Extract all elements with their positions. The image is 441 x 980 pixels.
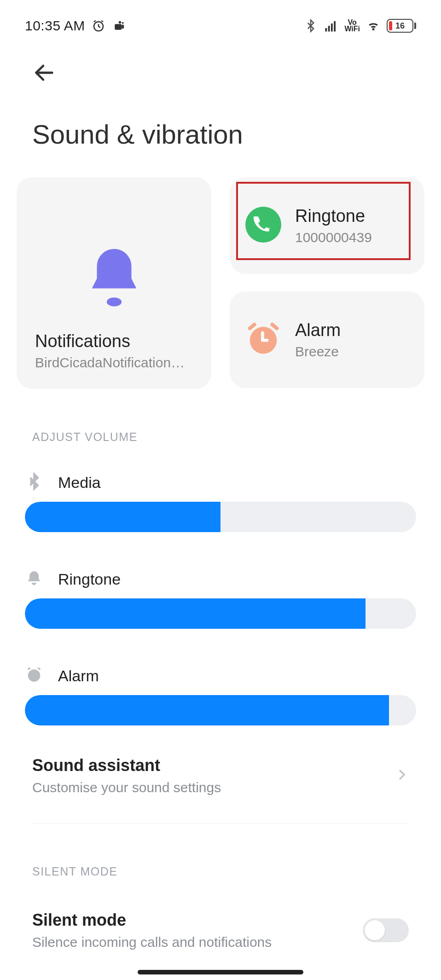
back-button[interactable] bbox=[32, 78, 56, 86]
card-alarm[interactable]: Alarm Breeze bbox=[230, 291, 424, 388]
row-silent-mode-sub: Silence incoming calls and notifications bbox=[32, 934, 272, 950]
status-bar: 10:35 AM VoWiFi bbox=[0, 0, 441, 39]
card-ringtone[interactable]: Ringtone 1000000439 bbox=[230, 177, 424, 274]
bluetooth-icon bbox=[304, 19, 318, 33]
card-notifications[interactable]: Notifications BirdCicadaNotification… bbox=[17, 177, 211, 389]
chevron-right-icon bbox=[395, 768, 409, 783]
alarm-icon bbox=[25, 666, 43, 686]
navigation-bar[interactable] bbox=[138, 970, 303, 974]
svg-point-10 bbox=[245, 207, 281, 243]
card-ringtone-subtitle: 1000000439 bbox=[295, 230, 409, 245]
svg-rect-8 bbox=[334, 21, 336, 32]
card-ringtone-title: Ringtone bbox=[295, 206, 409, 226]
card-alarm-subtitle: Breeze bbox=[295, 344, 409, 360]
row-silent-mode[interactable]: Silent mode Silence incoming calls and n… bbox=[0, 892, 441, 968]
svg-rect-6 bbox=[328, 26, 330, 32]
volume-ringtone-slider[interactable] bbox=[25, 598, 416, 629]
volume-media-fill bbox=[25, 502, 220, 532]
volume-media-slider[interactable] bbox=[25, 502, 416, 532]
alarm-clock-icon bbox=[92, 19, 105, 33]
card-notifications-title: Notifications bbox=[35, 331, 193, 351]
volume-ringtone-fill bbox=[25, 598, 366, 629]
vowifi-indicator: VoWiFi bbox=[344, 19, 360, 33]
wifi-icon bbox=[366, 19, 380, 33]
teams-icon bbox=[112, 19, 126, 33]
volume-alarm: Alarm bbox=[0, 629, 441, 725]
svg-point-1 bbox=[119, 21, 122, 24]
volume-alarm-slider[interactable] bbox=[25, 695, 416, 725]
alarm-icon bbox=[245, 321, 281, 359]
volume-ringtone: Ringtone bbox=[0, 532, 441, 629]
section-header-silent-mode: Silent mode bbox=[0, 823, 441, 892]
volume-alarm-label: Alarm bbox=[58, 667, 99, 685]
volume-alarm-fill bbox=[25, 695, 389, 725]
volume-media-label: Media bbox=[58, 474, 101, 492]
bluetooth-icon bbox=[25, 472, 43, 493]
volume-ringtone-label: Ringtone bbox=[58, 570, 121, 588]
toggle-knob bbox=[365, 920, 385, 940]
svg-point-14 bbox=[28, 669, 41, 682]
battery-indicator: 16 bbox=[387, 19, 416, 33]
status-bar-right: VoWiFi 16 bbox=[304, 19, 416, 33]
svg-rect-3 bbox=[115, 24, 122, 30]
svg-rect-5 bbox=[325, 28, 327, 32]
svg-point-9 bbox=[106, 297, 121, 306]
sound-cards: Notifications BirdCicadaNotification… Ri… bbox=[0, 177, 441, 389]
row-sound-assistant[interactable]: Sound assistant Customise your sound set… bbox=[0, 725, 441, 814]
row-sound-assistant-title: Sound assistant bbox=[32, 756, 221, 775]
bell-icon bbox=[25, 569, 43, 589]
page-title: Sound & vibration bbox=[0, 87, 441, 177]
row-sound-assistant-sub: Customise your sound settings bbox=[32, 780, 221, 795]
bell-icon bbox=[35, 244, 193, 313]
status-bar-left: 10:35 AM bbox=[25, 18, 126, 34]
row-silent-mode-title: Silent mode bbox=[32, 910, 272, 930]
status-time: 10:35 AM bbox=[25, 18, 85, 34]
card-alarm-title: Alarm bbox=[295, 320, 409, 340]
section-header-adjust-volume: Adjust volume bbox=[0, 389, 441, 458]
volume-media: Media bbox=[0, 458, 441, 532]
svg-rect-13 bbox=[261, 339, 268, 342]
phone-icon bbox=[245, 207, 281, 244]
svg-point-2 bbox=[122, 22, 124, 24]
cell-signal-icon bbox=[324, 19, 338, 33]
battery-level-fill bbox=[389, 21, 392, 30]
silent-mode-toggle[interactable] bbox=[363, 918, 409, 942]
card-notifications-subtitle: BirdCicadaNotification… bbox=[35, 355, 193, 371]
svg-rect-7 bbox=[331, 23, 333, 32]
svg-rect-4 bbox=[122, 25, 124, 29]
battery-percent: 16 bbox=[395, 21, 405, 31]
